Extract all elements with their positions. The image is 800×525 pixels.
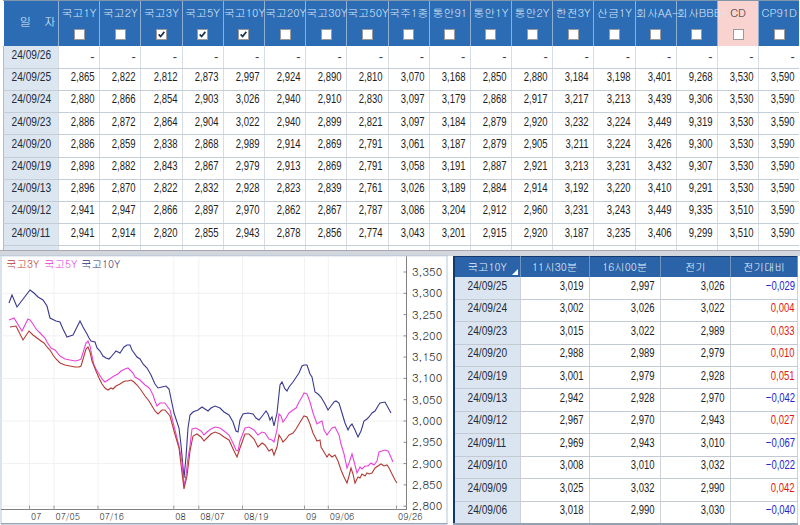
svg-text:3,250: 3,250 xyxy=(412,306,442,322)
svg-text:09/26: 09/26 xyxy=(398,510,422,523)
svg-text:3,100: 3,100 xyxy=(412,369,442,385)
svg-text:07/05: 07/05 xyxy=(56,510,80,523)
svg-text:3,050: 3,050 xyxy=(412,391,442,407)
svg-text:2,900: 2,900 xyxy=(412,455,442,471)
svg-text:국고3Y국고5Y국고10Y: 국고3Y국고5Y국고10Y xyxy=(6,256,121,271)
svg-text:07/16: 07/16 xyxy=(100,510,124,523)
svg-text:3,000: 3,000 xyxy=(412,412,442,428)
svg-text:09: 09 xyxy=(306,510,316,523)
svg-text:3,150: 3,150 xyxy=(412,348,442,364)
svg-text:08/07: 08/07 xyxy=(200,510,224,523)
svg-text:09/06: 09/06 xyxy=(330,510,354,523)
svg-text:08/19: 08/19 xyxy=(244,510,268,523)
svg-text:2,950: 2,950 xyxy=(412,433,442,449)
svg-text:3,300: 3,300 xyxy=(412,284,442,300)
svg-text:08: 08 xyxy=(175,510,185,523)
svg-text:3,350: 3,350 xyxy=(412,263,442,279)
svg-text:3,200: 3,200 xyxy=(412,327,442,343)
svg-text:2,850: 2,850 xyxy=(412,476,442,492)
svg-text:07: 07 xyxy=(31,510,41,523)
